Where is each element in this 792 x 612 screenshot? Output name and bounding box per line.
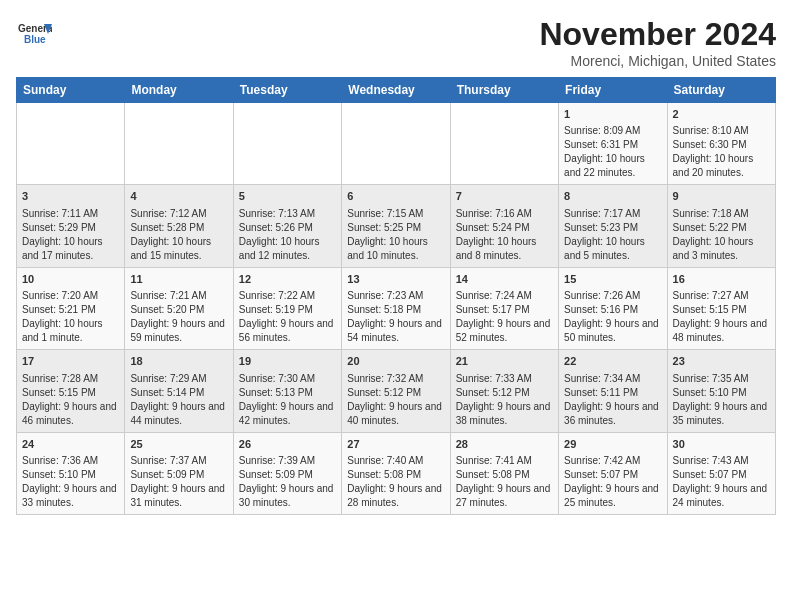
calendar-cell: 29Sunrise: 7:42 AMSunset: 5:07 PMDayligh… [559, 432, 667, 514]
day-info: Daylight: 10 hours and 15 minutes. [130, 235, 227, 263]
day-info: Sunrise: 7:29 AM [130, 372, 227, 386]
calendar-cell: 25Sunrise: 7:37 AMSunset: 5:09 PMDayligh… [125, 432, 233, 514]
day-info: Sunset: 5:29 PM [22, 221, 119, 235]
day-info: Daylight: 9 hours and 30 minutes. [239, 482, 336, 510]
day-number: 5 [239, 189, 336, 204]
calendar-cell: 4Sunrise: 7:12 AMSunset: 5:28 PMDaylight… [125, 185, 233, 267]
day-info: Daylight: 9 hours and 27 minutes. [456, 482, 553, 510]
day-of-week-header: Monday [125, 78, 233, 103]
logo-icon: General Blue [16, 16, 52, 52]
calendar-cell: 23Sunrise: 7:35 AMSunset: 5:10 PMDayligh… [667, 350, 775, 432]
day-info: Sunrise: 7:30 AM [239, 372, 336, 386]
day-info: Daylight: 9 hours and 25 minutes. [564, 482, 661, 510]
day-number: 15 [564, 272, 661, 287]
day-info: Daylight: 9 hours and 31 minutes. [130, 482, 227, 510]
day-info: Daylight: 9 hours and 42 minutes. [239, 400, 336, 428]
day-number: 27 [347, 437, 444, 452]
day-info: Daylight: 9 hours and 50 minutes. [564, 317, 661, 345]
calendar-cell [342, 103, 450, 185]
day-of-week-header: Sunday [17, 78, 125, 103]
day-info: Sunset: 5:18 PM [347, 303, 444, 317]
day-info: Daylight: 10 hours and 20 minutes. [673, 152, 770, 180]
calendar-cell: 3Sunrise: 7:11 AMSunset: 5:29 PMDaylight… [17, 185, 125, 267]
day-info: Sunrise: 7:21 AM [130, 289, 227, 303]
day-number: 22 [564, 354, 661, 369]
day-info: Sunrise: 7:24 AM [456, 289, 553, 303]
day-info: Sunrise: 7:22 AM [239, 289, 336, 303]
day-number: 1 [564, 107, 661, 122]
day-info: Daylight: 9 hours and 48 minutes. [673, 317, 770, 345]
calendar-week-row: 10Sunrise: 7:20 AMSunset: 5:21 PMDayligh… [17, 267, 776, 349]
month-title: November 2024 [539, 16, 776, 53]
calendar-cell [17, 103, 125, 185]
calendar-cell: 19Sunrise: 7:30 AMSunset: 5:13 PMDayligh… [233, 350, 341, 432]
day-info: Daylight: 10 hours and 5 minutes. [564, 235, 661, 263]
day-info: Daylight: 10 hours and 8 minutes. [456, 235, 553, 263]
calendar-cell: 14Sunrise: 7:24 AMSunset: 5:17 PMDayligh… [450, 267, 558, 349]
day-info: Sunrise: 7:13 AM [239, 207, 336, 221]
day-number: 18 [130, 354, 227, 369]
day-info: Sunset: 5:09 PM [130, 468, 227, 482]
day-info: Sunset: 5:19 PM [239, 303, 336, 317]
day-of-week-header: Saturday [667, 78, 775, 103]
day-number: 25 [130, 437, 227, 452]
day-info: Daylight: 9 hours and 36 minutes. [564, 400, 661, 428]
day-info: Sunrise: 7:20 AM [22, 289, 119, 303]
day-number: 20 [347, 354, 444, 369]
day-number: 26 [239, 437, 336, 452]
day-info: Sunrise: 7:43 AM [673, 454, 770, 468]
day-number: 8 [564, 189, 661, 204]
day-number: 16 [673, 272, 770, 287]
day-info: Sunset: 5:16 PM [564, 303, 661, 317]
day-info: Daylight: 9 hours and 35 minutes. [673, 400, 770, 428]
calendar-cell: 30Sunrise: 7:43 AMSunset: 5:07 PMDayligh… [667, 432, 775, 514]
day-number: 12 [239, 272, 336, 287]
day-info: Sunrise: 7:16 AM [456, 207, 553, 221]
calendar-table: SundayMondayTuesdayWednesdayThursdayFrid… [16, 77, 776, 515]
day-info: Daylight: 9 hours and 28 minutes. [347, 482, 444, 510]
calendar-cell: 13Sunrise: 7:23 AMSunset: 5:18 PMDayligh… [342, 267, 450, 349]
day-info: Sunrise: 7:32 AM [347, 372, 444, 386]
calendar-cell: 12Sunrise: 7:22 AMSunset: 5:19 PMDayligh… [233, 267, 341, 349]
day-info: Sunset: 5:11 PM [564, 386, 661, 400]
day-number: 7 [456, 189, 553, 204]
calendar-cell: 10Sunrise: 7:20 AMSunset: 5:21 PMDayligh… [17, 267, 125, 349]
day-info: Sunrise: 7:36 AM [22, 454, 119, 468]
calendar-cell: 7Sunrise: 7:16 AMSunset: 5:24 PMDaylight… [450, 185, 558, 267]
calendar-cell: 11Sunrise: 7:21 AMSunset: 5:20 PMDayligh… [125, 267, 233, 349]
calendar-cell: 26Sunrise: 7:39 AMSunset: 5:09 PMDayligh… [233, 432, 341, 514]
day-info: Sunset: 5:15 PM [22, 386, 119, 400]
day-info: Sunset: 5:10 PM [22, 468, 119, 482]
calendar-cell: 9Sunrise: 7:18 AMSunset: 5:22 PMDaylight… [667, 185, 775, 267]
day-info: Sunset: 5:10 PM [673, 386, 770, 400]
day-info: Sunrise: 7:37 AM [130, 454, 227, 468]
day-info: Daylight: 10 hours and 10 minutes. [347, 235, 444, 263]
calendar-cell: 17Sunrise: 7:28 AMSunset: 5:15 PMDayligh… [17, 350, 125, 432]
day-number: 23 [673, 354, 770, 369]
day-info: Sunrise: 7:23 AM [347, 289, 444, 303]
day-info: Sunset: 5:08 PM [347, 468, 444, 482]
calendar-cell: 5Sunrise: 7:13 AMSunset: 5:26 PMDaylight… [233, 185, 341, 267]
day-number: 9 [673, 189, 770, 204]
calendar-header-row: SundayMondayTuesdayWednesdayThursdayFrid… [17, 78, 776, 103]
calendar-cell: 2Sunrise: 8:10 AMSunset: 6:30 PMDaylight… [667, 103, 775, 185]
day-info: Sunset: 5:14 PM [130, 386, 227, 400]
day-info: Sunset: 5:25 PM [347, 221, 444, 235]
calendar-cell: 21Sunrise: 7:33 AMSunset: 5:12 PMDayligh… [450, 350, 558, 432]
day-info: Sunset: 5:21 PM [22, 303, 119, 317]
calendar-cell: 27Sunrise: 7:40 AMSunset: 5:08 PMDayligh… [342, 432, 450, 514]
calendar-cell: 6Sunrise: 7:15 AMSunset: 5:25 PMDaylight… [342, 185, 450, 267]
day-of-week-header: Wednesday [342, 78, 450, 103]
day-number: 30 [673, 437, 770, 452]
day-info: Sunrise: 7:35 AM [673, 372, 770, 386]
day-number: 29 [564, 437, 661, 452]
day-info: Sunset: 5:13 PM [239, 386, 336, 400]
location-title: Morenci, Michigan, United States [539, 53, 776, 69]
day-info: Sunset: 5:12 PM [347, 386, 444, 400]
day-info: Sunset: 5:09 PM [239, 468, 336, 482]
calendar-cell [233, 103, 341, 185]
day-info: Sunset: 5:20 PM [130, 303, 227, 317]
calendar-week-row: 17Sunrise: 7:28 AMSunset: 5:15 PMDayligh… [17, 350, 776, 432]
day-info: Sunset: 5:15 PM [673, 303, 770, 317]
calendar-cell: 15Sunrise: 7:26 AMSunset: 5:16 PMDayligh… [559, 267, 667, 349]
